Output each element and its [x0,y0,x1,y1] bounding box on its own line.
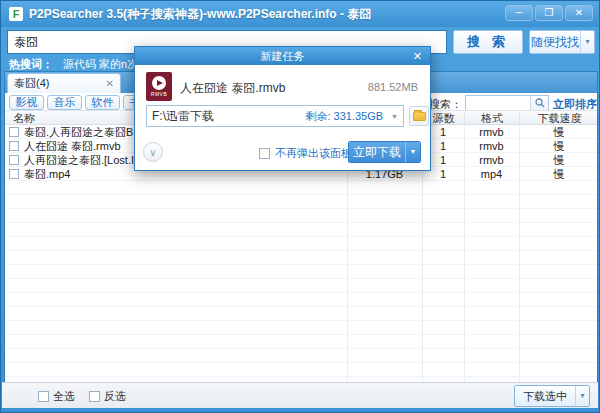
tab-label: 泰囧(4) [14,76,106,91]
cell-speed: 慢 [519,125,598,139]
download-path-value: F:\迅雷下载 [152,108,305,125]
app-window: F P2PSearcher 3.5(种子搜索神器)-www.P2PSearche… [0,0,600,413]
dialog-file-size: 881.52MB [368,81,418,93]
no-popup-label: 不再弹出该面板 [275,146,352,161]
cell-speed: 慢 [519,153,598,167]
new-task-dialog: 新建任务 ✕ RMVB 人在囧途 泰囧.rmvb 881.52MB F:\迅雷下… [134,46,431,171]
chevron-down-icon[interactable]: ▼ [575,386,589,406]
column-header-format[interactable]: 格式 [464,112,519,125]
chevron-down-icon[interactable]: ▼ [580,31,594,53]
tab-close-icon[interactable]: ✕ [106,78,114,89]
app-icon: F [9,7,23,21]
chevron-down-icon[interactable]: ▼ [405,142,420,162]
row-checkbox[interactable] [9,127,19,137]
filter-button[interactable]: 影视 [9,95,44,110]
search-icon[interactable] [530,96,548,110]
select-all-checkbox[interactable] [38,391,49,402]
play-icon [152,76,166,90]
random-search-button[interactable]: 随便找找 ▼ [529,30,595,54]
result-search-box [465,95,549,111]
rmvb-file-icon: RMVB [146,72,172,101]
window-title: P2PSearcher 3.5(种子搜索神器)-www.P2PSearcher.… [29,6,371,23]
column-header-speed[interactable]: 下载速度 [519,112,598,125]
download-path-field[interactable]: F:\迅雷下载 剩余: 331.35GB ▼ [146,105,404,127]
result-search-input[interactable] [466,96,530,110]
invert-select-label: 反选 [104,389,126,404]
free-space-label: 剩余: 331.35GB [305,109,383,124]
cell-format: mp4 [464,167,519,181]
download-now-label: 立即下载 [349,142,405,162]
filter-button[interactable]: 音乐 [47,95,82,110]
chevron-down-icon[interactable]: ▼ [391,113,398,120]
no-popup-checkbox[interactable] [259,148,270,159]
row-checkbox[interactable] [9,155,19,165]
cell-format: rmvb [464,153,519,167]
row-checkbox[interactable] [9,141,19,151]
cell-format: rmvb [464,125,519,139]
cell-speed: 慢 [519,139,598,153]
dialog-file-name: 人在囧途 泰囧.rmvb [180,80,285,97]
minimize-button[interactable]: ─ [505,5,533,21]
hot-search-label: 热搜词： [9,57,53,71]
no-popup-option[interactable]: 不再弹出该面板 [259,146,352,161]
cell-speed: 慢 [519,167,598,181]
expand-options-button[interactable]: ∨ [143,142,163,162]
download-selected-button[interactable]: 下载选中 ▼ [514,385,590,407]
dialog-title-bar[interactable]: 新建任务 [135,47,430,65]
row-checkbox[interactable] [9,169,19,179]
invert-select-checkbox[interactable] [89,391,100,402]
selection-controls: 全选 反选 [38,389,126,404]
select-all-option[interactable]: 全选 [38,389,75,404]
download-now-button[interactable]: 立即下载 ▼ [348,141,421,163]
browse-folder-button[interactable] [409,106,429,126]
folder-icon [413,112,426,121]
download-selected-label: 下载选中 [515,389,575,404]
file-icon-label: RMVB [151,91,167,97]
search-button[interactable]: 搜 索 [453,30,523,54]
bottom-bar: 全选 反选 下载选中 ▼ [2,382,598,408]
title-bar: F P2PSearcher 3.5(种子搜索神器)-www.P2PSearche… [1,1,599,27]
close-button[interactable]: ✕ [565,5,593,21]
filter-button[interactable]: 软件 [85,95,120,110]
window-controls: ─ ❐ ✕ [503,5,593,21]
dialog-close-icon[interactable]: ✕ [413,47,422,65]
select-all-label: 全选 [53,389,75,404]
maximize-button[interactable]: ❐ [535,5,563,21]
invert-select-option[interactable]: 反选 [89,389,126,404]
cell-format: rmvb [464,139,519,153]
tab-active[interactable]: 泰囧(4) ✕ [7,73,121,93]
random-search-label: 随便找找 [530,34,580,51]
